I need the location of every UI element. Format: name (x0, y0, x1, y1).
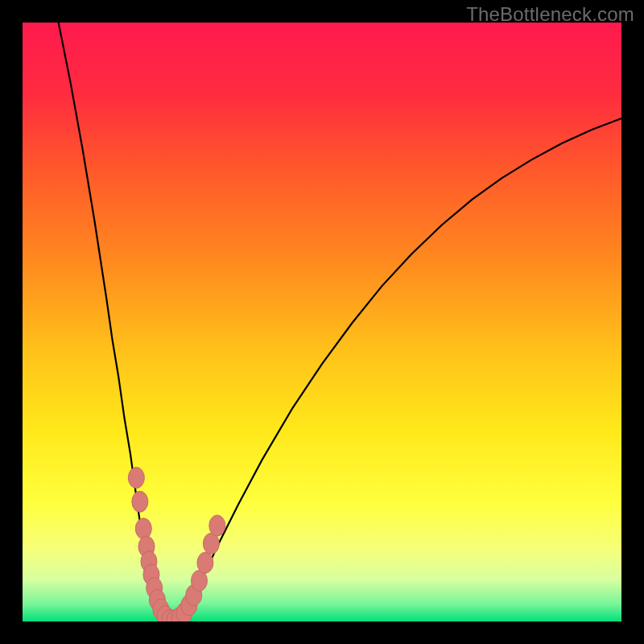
curve-marker (209, 515, 225, 536)
curve-marker (135, 518, 151, 539)
watermark-text: TheBottleneck.com (466, 3, 634, 26)
chart-canvas (23, 23, 621, 621)
gradient-background (23, 23, 621, 621)
plot-area (23, 23, 621, 621)
curve-marker (132, 491, 148, 512)
curve-marker (197, 552, 213, 573)
chart-frame: TheBottleneck.com (0, 0, 644, 644)
curve-marker (128, 467, 144, 488)
